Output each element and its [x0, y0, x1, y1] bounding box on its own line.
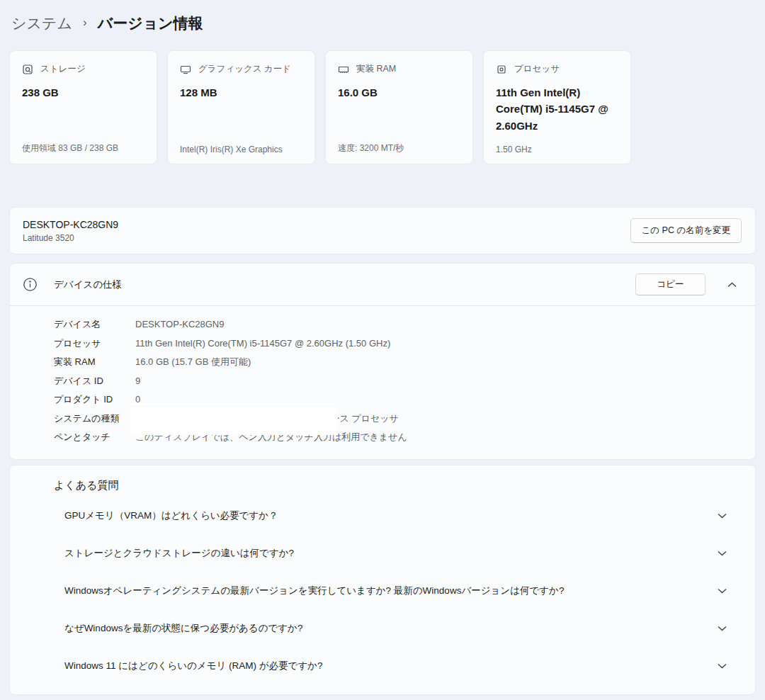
storage-card: ストレージ 238 GB 使用領域 83 GB / 238 GB	[9, 50, 157, 164]
processor-card-detail: 1.50 GHz	[496, 145, 623, 154]
graphics-card-detail: Intel(R) Iris(R) Xe Graphics	[180, 145, 307, 154]
copy-button[interactable]: コピー	[635, 273, 706, 295]
ram-card-value: 16.0 GB	[338, 84, 460, 101]
device-name: DESKTOP-KC28GN9	[23, 219, 118, 230]
breadcrumb-chevron-icon: ›	[83, 16, 87, 30]
info-icon	[23, 277, 38, 292]
device-specs-panel: デバイスの仕様 コピー デバイス名 DESKTOP-KC28GN9 プロセッサ …	[9, 263, 756, 460]
ram-icon	[338, 64, 349, 75]
faq-panel: よくある質問 GPUメモリ（VRAM）はどれくらい必要ですか？ ストレージとクラ…	[9, 465, 756, 695]
faq-row-gpu-vram[interactable]: GPUメモリ（VRAM）はどれくらい必要ですか？	[10, 497, 755, 535]
chevron-down-icon	[718, 663, 727, 669]
device-specs-title: デバイスの仕様	[54, 278, 635, 291]
device-model: Latitude 3520	[23, 233, 118, 243]
storage-card-detail: 使用領域 83 GB / 238 GB	[22, 142, 149, 154]
faq-row-keep-updated[interactable]: なぜWindowsを最新の状態に保つ必要があるのですか?	[10, 610, 755, 648]
faq-row-latest-version[interactable]: Windowsオペレーティングシステムの最新バージョンを実行していますか? 最新…	[10, 572, 755, 610]
chevron-down-icon	[718, 626, 727, 631]
spec-row-device-id: デバイス ID 9	[54, 372, 741, 391]
chevron-down-icon	[718, 588, 727, 594]
processor-card-label: プロセッサ	[514, 63, 560, 75]
breadcrumb-system[interactable]: システム	[11, 13, 72, 33]
processor-icon	[496, 64, 507, 75]
device-specs-header: デバイスの仕様 コピー	[10, 264, 755, 305]
spec-row-ram: 実装 RAM 16.0 GB (15.7 GB 使用可能)	[54, 353, 741, 372]
graphics-card-label: グラフィックス カード	[198, 63, 291, 75]
breadcrumb: システム › バージョン情報	[9, 0, 756, 33]
storage-card-value: 238 GB	[22, 84, 144, 101]
chevron-up-icon	[727, 282, 737, 288]
settings-about-page: システム › バージョン情報 ストレージ 238 GB 使用領域 83 GB /…	[0, 0, 765, 695]
ram-card-label: 実装 RAM	[356, 63, 396, 75]
graphics-card-icon	[180, 64, 191, 75]
spec-row-device-name: デバイス名 DESKTOP-KC28GN9	[54, 315, 741, 334]
device-name-panel: DESKTOP-KC28GN9 Latitude 3520 この PC の名前を…	[9, 207, 756, 254]
chevron-down-icon	[718, 551, 727, 556]
device-specs-body: デバイス名 DESKTOP-KC28GN9 プロセッサ 11th Gen Int…	[10, 306, 755, 459]
storage-icon	[22, 64, 33, 75]
redaction-overlay	[130, 407, 338, 435]
graphics-card-card: グラフィックス カード 128 MB Intel(R) Iris(R) Xe G…	[167, 50, 315, 164]
spec-row-product-id: プロダクト ID 0	[54, 390, 741, 410]
chevron-down-icon	[718, 513, 727, 519]
collapse-expander-button[interactable]	[725, 279, 740, 290]
ram-card-detail: 速度: 3200 MT/秒	[338, 142, 465, 154]
processor-card-value: 11th Gen Intel(R) Core(TM) i5-1145G7 @ 2…	[496, 84, 618, 134]
faq-list: GPUメモリ（VRAM）はどれくらい必要ですか？ ストレージとクラウドストレージ…	[10, 497, 755, 685]
storage-card-label: ストレージ	[40, 63, 86, 75]
spec-row-processor: プロセッサ 11th Gen Intel(R) Core(TM) i5-1145…	[54, 334, 741, 354]
page-title: バージョン情報	[98, 13, 203, 33]
faq-row-storage-cloud[interactable]: ストレージとクラウドストレージの違いは何ですか?	[10, 535, 755, 572]
processor-card: プロセッサ 11th Gen Intel(R) Core(TM) i5-1145…	[483, 50, 631, 164]
faq-row-memory-needed[interactable]: Windows 11 にはどのくらいのメモリ (RAM) が必要ですか?	[10, 648, 755, 685]
faq-title: よくある質問	[10, 479, 755, 492]
rename-pc-button[interactable]: この PC の名前を変更	[630, 218, 742, 243]
ram-card: 実装 RAM 16.0 GB 速度: 3200 MT/秒	[325, 50, 473, 164]
graphics-card-value: 128 MB	[180, 84, 302, 101]
summary-cards: ストレージ 238 GB 使用領域 83 GB / 238 GB グラフィックス…	[9, 50, 756, 164]
